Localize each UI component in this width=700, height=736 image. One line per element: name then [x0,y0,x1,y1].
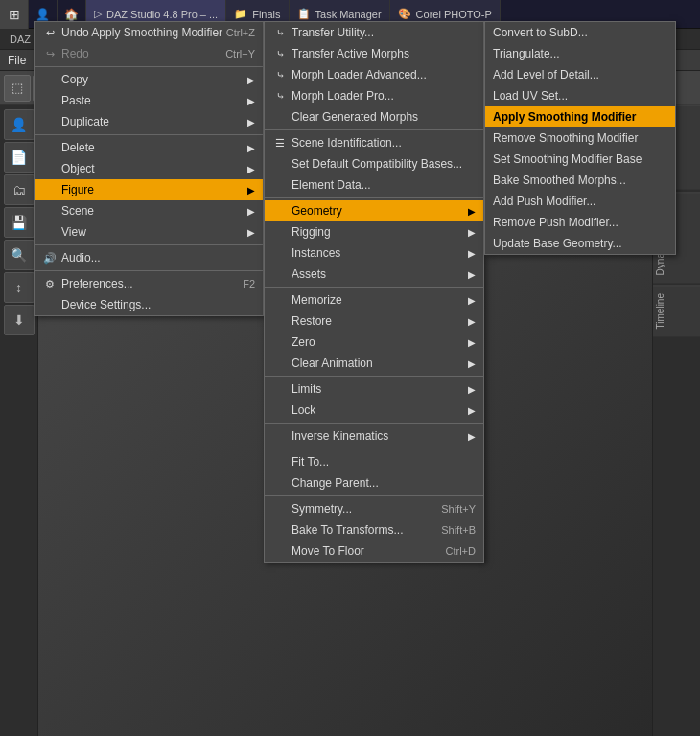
menu-view[interactable]: View ▶ [35,221,263,242]
menu-view-label: View [61,225,86,239]
menu-scene-label: Scene [61,204,94,218]
add-push-label: Add Push Modifier... [493,195,595,208]
memorize-arrow: ▶ [468,295,476,306]
menu-set-smoothing-modifier-base[interactable]: Set Smoothing Modifier Base [485,149,675,170]
menu-zero[interactable]: Zero ▶ [265,332,483,353]
menu-duplicate[interactable]: Duplicate ▶ [35,111,263,132]
menu-morph-loader-advanced[interactable]: ⤷ Morph Loader Advanced... [265,64,483,85]
toolbar-btn-1[interactable]: ⬚ [4,75,31,102]
sidebar-btn-2[interactable]: 📄 [4,142,35,172]
menu-symmetry[interactable]: Symmetry... Shift+Y [265,498,483,519]
menu-geometry[interactable]: Geometry ▶ [265,200,483,221]
menu-triangulate[interactable]: Triangulate... [485,43,675,64]
move-floor-shortcut: Ctrl+D [446,545,476,557]
update-base-geom-label: Update Base Geometry... [493,237,622,250]
menu-move-to-floor-label: Move To Floor [292,544,364,558]
menu-scene[interactable]: Scene ▶ [35,200,263,221]
menu-duplicate-label: Duplicate [61,115,109,128]
sidebar-btn-3[interactable]: 🗂 [4,174,35,205]
menu-paste-label: Paste [61,94,91,107]
sidebar-btn-5[interactable]: 🔍 [4,240,35,270]
menu-rigging[interactable]: Rigging ▶ [265,221,483,242]
left-sidebar: 👤 📄 🗂 💾 🔍 ↕ ⬇ [0,105,38,736]
menu-remove-smoothing-modifier[interactable]: Remove Smoothing Modifier [485,127,675,149]
menu-clear-generated-morphs[interactable]: Clear Generated Morphs [265,106,483,127]
menu-lock[interactable]: Lock ▶ [265,400,483,421]
menu-undo-shortcut: Ctrl+Z [226,27,255,38]
menu-restore[interactable]: Restore ▶ [265,310,483,332]
menu-clear-animation[interactable]: Clear Animation ▶ [265,353,483,374]
copy-arrow: ▶ [247,75,255,85]
taskbar-task-label: Task Manager [315,9,382,20]
menu-transfer-active-morphs[interactable]: ⤷ Transfer Active Morphs [265,43,483,64]
menu-transfer-utility[interactable]: ⤷ Transfer Utility... [265,22,483,43]
menu-set-default-compat[interactable]: Set Default Compatibility Bases... [265,153,483,174]
menu-delete[interactable]: Delete ▶ [35,137,263,158]
menu-limits[interactable]: Limits ▶ [265,379,483,400]
delete-arrow: ▶ [247,143,255,153]
menu-memorize-label: Memorize [292,293,342,307]
menu-assets-label: Assets [292,267,326,281]
menu-instances[interactable]: Instances ▶ [265,242,483,264]
taskbar-daz-label: DAZ Studio 4.8 Pro – ... [106,9,218,20]
menu-add-push-modifier[interactable]: Add Push Modifier... [485,191,675,212]
menu-change-parent[interactable]: Change Parent... [265,472,483,494]
lod-label: Add Level of Detail... [493,68,599,81]
menu-copy-label: Copy [61,73,88,86]
sidebar-btn-7[interactable]: ⬇ [4,305,35,335]
menu-fit-to[interactable]: Fit To... [265,451,483,472]
menu-audio[interactable]: 🔊 Audio... [35,247,263,268]
menu-redo: ↪ Redo Ctrl+Y [35,43,263,64]
geometry-arrow: ▶ [468,206,476,217]
menu-div-2 [35,134,263,135]
menu-transfer-utility-label: Transfer Utility... [292,26,374,39]
start-button[interactable]: ⊞ [0,0,29,29]
menu-bake-to-transforms[interactable]: Bake To Transforms... Shift+B [265,519,483,540]
menu-apply-smoothing-modifier[interactable]: Apply Smoothing Modifier [485,106,675,127]
bake-transforms-shortcut: Shift+B [441,524,476,536]
menu-symmetry-label: Symmetry... [292,502,352,516]
menu-file[interactable]: File [0,50,34,70]
paste-arrow: ▶ [247,96,255,106]
menu-memorize[interactable]: Memorize ▶ [265,289,483,310]
redo-icon: ↪ [42,48,58,60]
menu-morph-loader-pro[interactable]: ⤷ Morph Loader Pro... [265,85,483,106]
menu-bake-smoothed-morphs[interactable]: Bake Smoothed Morphs... [485,170,675,191]
menu-move-to-floor[interactable]: Move To Floor Ctrl+D [265,540,483,562]
menu-inverse-kinematics[interactable]: Inverse Kinematics ▶ [265,426,483,447]
l2-div-6 [265,448,483,449]
menu-convert-to-subd[interactable]: Convert to SubD... [485,22,675,43]
menu-assets[interactable]: Assets ▶ [265,264,483,285]
menu-add-level-of-detail[interactable]: Add Level of Detail... [485,64,675,85]
audio-icon-left: 🔊 [42,252,58,264]
sidebar-btn-1[interactable]: 👤 [4,109,35,140]
menu-device-settings[interactable]: Device Settings... [35,294,263,315]
menu-object[interactable]: Object ▶ [35,158,263,179]
sidebar-btn-4[interactable]: 💾 [4,207,35,238]
menu-morph-loader-advanced-label: Morph Loader Advanced... [292,68,427,81]
menu-redo-shortcut: Ctrl+Y [225,48,255,59]
menu-set-default-compat-label: Set Default Compatibility Bases... [292,157,462,171]
menu-undo[interactable]: ↩ Undo Apply Smoothing Modifier Ctrl+Z [35,22,263,43]
menu-instances-label: Instances [292,246,340,260]
menu-load-uv-set[interactable]: Load UV Set... [485,85,675,106]
sidebar-btn-6[interactable]: ↕ [4,272,35,303]
menu-transfer-active-morphs-label: Transfer Active Morphs [292,47,409,60]
geometry-submenu[interactable]: Convert to SubD... Triangulate... Add Le… [484,21,676,255]
menu-scene-identification[interactable]: ☰ Scene Identification... [265,132,483,153]
rigging-arrow: ▶ [468,227,476,238]
menu-paste[interactable]: Paste ▶ [35,90,263,111]
figure-submenu[interactable]: ⤷ Transfer Utility... ⤷ Transfer Active … [264,21,484,563]
menu-preferences[interactable]: ⚙ Preferences... F2 [35,273,263,294]
menu-update-base-geometry[interactable]: Update Base Geometry... [485,233,675,254]
menu-copy[interactable]: Copy ▶ [35,69,263,90]
edit-menu[interactable]: ↩ Undo Apply Smoothing Modifier Ctrl+Z ↪… [34,21,264,316]
instances-arrow: ▶ [468,248,476,259]
menu-preferences-label: Preferences... [61,277,133,290]
menu-figure[interactable]: Figure ▶ [35,179,263,200]
menu-element-data[interactable]: Element Data... [265,174,483,196]
l2-div-3 [265,287,483,288]
duplicate-arrow: ▶ [247,117,255,127]
menu-remove-push-modifier[interactable]: Remove Push Modifier... [485,212,675,233]
sidebar-right-label-3[interactable]: Timeline [653,285,700,336]
